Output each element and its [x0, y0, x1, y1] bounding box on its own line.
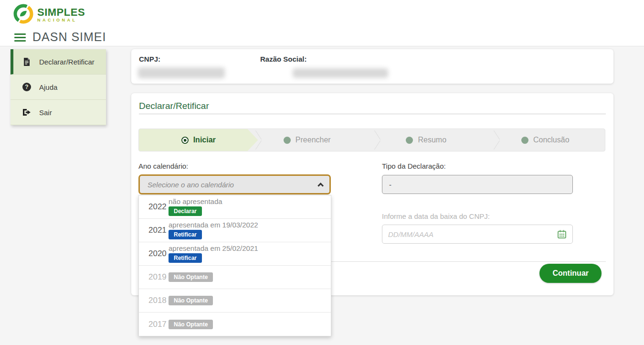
step-dot-icon	[521, 137, 528, 144]
step-label: Iniciar	[193, 136, 216, 144]
step-conclusao: Conclusão	[486, 129, 605, 151]
tipo-declaracao-label: Tipo da Declaração:	[382, 162, 446, 170]
dasn-simei-page: SIMPLES NACIONAL DASN SIMEI Declarar/Ret…	[0, 0, 644, 345]
step-label: Conclusão	[533, 136, 570, 144]
ano-calendario-dropdown-list: 2022 não apresentada Declarar 2021 apres…	[138, 195, 331, 336]
retificar-badge-button[interactable]: Retificar	[169, 253, 202, 263]
data-baixa-input[interactable]	[388, 230, 557, 238]
data-baixa-field	[382, 225, 573, 244]
sidebar-item-declarar-retificar[interactable]: Declarar/Retificar	[11, 49, 106, 75]
help-icon: ?	[22, 83, 32, 91]
razao-social-value-redacted	[293, 68, 388, 78]
ano-calendario-select[interactable]: Selecione o ano calendário	[138, 174, 331, 194]
simples-nacional-logo: SIMPLES NACIONAL	[13, 3, 85, 26]
step-dot-icon	[284, 137, 291, 144]
razao-social-label: Razão Social:	[260, 55, 307, 63]
continuar-button[interactable]: Continuar	[539, 264, 602, 283]
identification-card: CNPJ: Razão Social:	[131, 49, 613, 84]
title-divider	[139, 114, 606, 114]
hamburger-menu-icon[interactable]	[14, 33, 26, 42]
wizard-steps: Iniciar Preencher Resumo Conclusão	[138, 129, 605, 151]
option-status: apresentada em 19/03/2022	[169, 221, 258, 228]
simples-nacional-logo-icon	[13, 3, 34, 26]
option-year: 2018	[139, 296, 169, 305]
dropdown-option-2020[interactable]: 2020 apresentada em 25/02/2021 Retificar	[139, 242, 331, 266]
nao-optante-badge: Não Optante	[169, 320, 213, 329]
step-dot-icon	[406, 137, 413, 144]
data-baixa-label: Informe a data da baixa do CNPJ:	[382, 212, 490, 220]
option-status: não apresentada	[169, 198, 222, 205]
ano-calendario-label: Ano calendário:	[138, 162, 188, 170]
nao-optante-badge: Não Optante	[169, 272, 213, 282]
declarar-badge-button[interactable]: Declarar	[169, 206, 202, 216]
dropdown-option-2019: 2019 Não Optante	[139, 266, 331, 289]
sidebar-item-ajuda[interactable]: ? Ajuda	[11, 75, 106, 100]
step-active-dot-icon	[181, 137, 189, 144]
dropdown-option-2022[interactable]: 2022 não apresentada Declarar	[139, 195, 331, 219]
option-year: 2022	[139, 202, 169, 212]
logo-line1: SIMPLES	[37, 7, 85, 18]
step-preencher: Preencher	[248, 129, 367, 151]
sidebar: Declarar/Retificar ? Ajuda Sair	[11, 49, 106, 125]
tipo-declaracao-value: -	[382, 175, 573, 194]
cnpj-label: CNPJ:	[139, 55, 160, 63]
exit-icon	[22, 108, 32, 116]
option-status: apresentada em 25/02/2021	[169, 245, 258, 252]
option-year: 2017	[139, 320, 169, 329]
cnpj-value-redacted	[138, 67, 225, 78]
top-header: SIMPLES NACIONAL DASN SIMEI	[0, 0, 644, 46]
chevron-up-icon	[317, 183, 324, 189]
retificar-badge-button[interactable]: Retificar	[169, 230, 202, 239]
step-label: Preencher	[296, 136, 331, 144]
logo-line2: NACIONAL	[37, 18, 85, 23]
section-title: Declarar/Retificar	[139, 101, 209, 111]
sidebar-item-label: Ajuda	[39, 83, 57, 91]
page-title: DASN SIMEI	[32, 30, 106, 44]
step-resumo: Resumo	[367, 129, 486, 151]
calendar-icon[interactable]	[557, 229, 567, 239]
document-icon	[22, 58, 32, 66]
option-year: 2020	[139, 249, 169, 259]
option-year: 2021	[139, 226, 169, 235]
option-year: 2019	[139, 272, 169, 282]
step-label: Resumo	[418, 136, 446, 144]
sidebar-item-label: Declarar/Retificar	[39, 58, 95, 66]
dropdown-option-2017: 2017 Não Optante	[139, 313, 331, 336]
step-iniciar: Iniciar	[139, 129, 258, 151]
sidebar-item-label: Sair	[39, 108, 52, 117]
sidebar-item-sair[interactable]: Sair	[11, 100, 106, 125]
nao-optante-badge: Não Optante	[169, 296, 213, 305]
dropdown-option-2018: 2018 Não Optante	[139, 289, 331, 313]
dropdown-option-2021[interactable]: 2021 apresentada em 19/03/2022 Retificar	[139, 219, 331, 242]
select-placeholder: Selecione o ano calendário	[148, 181, 234, 189]
